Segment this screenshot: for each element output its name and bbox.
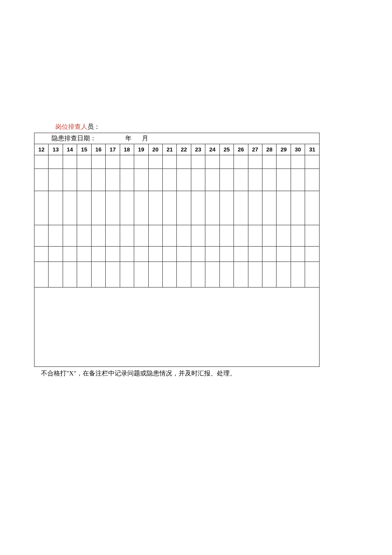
table-cell [148, 247, 162, 262]
table-cell [234, 155, 248, 169]
table-cell [291, 169, 305, 191]
table-cell [91, 262, 105, 288]
day-col: 24 [205, 144, 219, 155]
table-cell [106, 191, 120, 225]
table-cell [291, 247, 305, 262]
table-cell [162, 155, 176, 169]
table-cell [205, 169, 219, 191]
table-cell [106, 225, 120, 247]
table-cell [63, 262, 77, 288]
table-cell [35, 155, 49, 169]
table-cell [134, 247, 148, 262]
table-cell [191, 262, 205, 288]
table-cell [262, 262, 277, 288]
table-cell [248, 247, 262, 262]
table-cell [77, 247, 91, 262]
table-cell [91, 225, 105, 247]
table-cell [134, 191, 148, 225]
table-cell [91, 155, 105, 169]
table-cell [49, 155, 63, 169]
table-cell [177, 247, 191, 262]
table-cell [120, 247, 134, 262]
table-cell [148, 155, 162, 169]
table-cell [191, 191, 205, 225]
table-cell [35, 191, 49, 225]
table-cell [106, 247, 120, 262]
table-cell [277, 155, 291, 169]
table-cell [63, 247, 77, 262]
table-cell [77, 262, 91, 288]
day-col: 17 [106, 144, 120, 155]
table-cell [148, 191, 162, 225]
table-cell [205, 247, 219, 262]
table-cell [219, 169, 233, 191]
table-cell [77, 169, 91, 191]
table-cell [262, 169, 277, 191]
table-cell [134, 169, 148, 191]
table-cell [191, 169, 205, 191]
table-cell [219, 247, 233, 262]
table-cell [49, 191, 63, 225]
table-cell [35, 247, 49, 262]
table-cell [134, 155, 148, 169]
table-cell [148, 262, 162, 288]
table-cell [262, 155, 277, 169]
table-cell [248, 155, 262, 169]
table-cell [91, 191, 105, 225]
table-cell [49, 169, 63, 191]
day-col: 22 [177, 144, 191, 155]
day-col: 26 [234, 144, 248, 155]
table-cell [120, 225, 134, 247]
day-col: 13 [49, 144, 63, 155]
date-header-row: 隐患排查日期：年月 [35, 133, 320, 144]
table-cell [219, 191, 233, 225]
table-cell [106, 262, 120, 288]
date-prefix: 隐患排查日期： [52, 134, 96, 142]
day-col: 12 [35, 144, 49, 155]
table-cell [305, 155, 320, 169]
table-cell [219, 262, 233, 288]
table-cell [191, 155, 205, 169]
table-row [35, 169, 320, 191]
date-month-label: 月 [142, 134, 148, 142]
table-cell [134, 225, 148, 247]
table-cell [63, 191, 77, 225]
table-cell [248, 169, 262, 191]
day-col: 15 [77, 144, 91, 155]
table-cell [191, 247, 205, 262]
day-col: 30 [291, 144, 305, 155]
table-cell [248, 191, 262, 225]
day-col: 29 [277, 144, 291, 155]
table-cell [262, 247, 277, 262]
day-col: 28 [262, 144, 277, 155]
table-cell [77, 225, 91, 247]
table-cell [291, 191, 305, 225]
inspection-table: 隐患排查日期：年月 12 13 14 15 16 17 18 19 20 21 … [34, 133, 320, 367]
table-cell [277, 169, 291, 191]
day-number-row: 12 13 14 15 16 17 18 19 20 21 22 23 24 2… [35, 144, 320, 155]
table-cell [248, 225, 262, 247]
date-year-label: 年 [125, 134, 132, 142]
table-cell [305, 247, 320, 262]
table-cell [277, 247, 291, 262]
table-cell [291, 262, 305, 288]
table-cell [291, 225, 305, 247]
table-cell [219, 155, 233, 169]
table-cell [177, 169, 191, 191]
table-row [35, 155, 320, 169]
table-cell [248, 262, 262, 288]
day-col: 14 [63, 144, 77, 155]
table-cell [191, 225, 205, 247]
footer-note: 不合格打"X"，在备注栏中记录问题或隐患情况，并及时汇报、处理。 [41, 369, 358, 378]
table-cell [277, 225, 291, 247]
table-cell [148, 225, 162, 247]
table-cell [234, 247, 248, 262]
table-row [35, 247, 320, 262]
table-cell [205, 262, 219, 288]
table-cell [91, 247, 105, 262]
table-cell [63, 225, 77, 247]
table-cell [49, 247, 63, 262]
table-cell [305, 225, 320, 247]
table-cell [120, 155, 134, 169]
document-container: 岗位排查人员： 隐患排查日期：年月 12 13 14 15 16 17 18 1… [34, 123, 358, 378]
